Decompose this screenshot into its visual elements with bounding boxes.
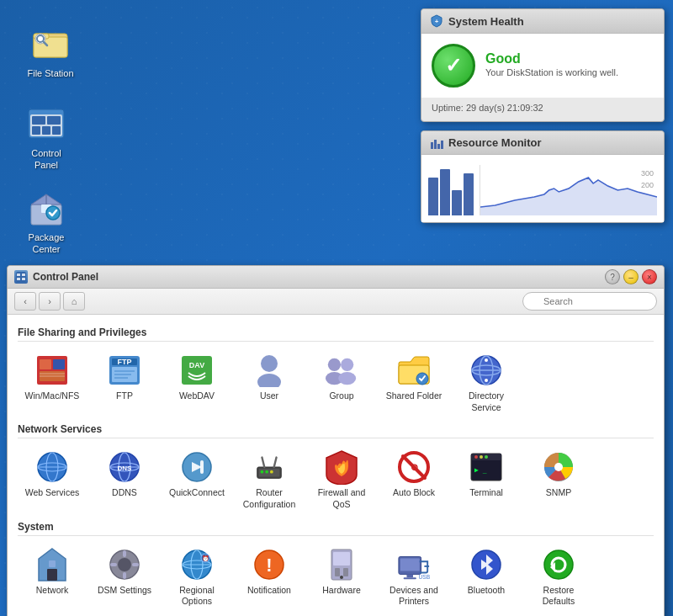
section-network-services-title: Network Services [18, 423, 654, 438]
ftp-icon: FTP [108, 353, 141, 387]
regional-label: Regional Options [166, 585, 228, 608]
svg-rect-67 [200, 460, 204, 474]
resource-monitor-widget: Resource Monitor 300 200 [421, 130, 665, 223]
search-input[interactable] [522, 292, 657, 311]
cp-item-dirservice[interactable]: Directory Service [452, 348, 521, 418]
group-icon [325, 353, 358, 387]
close-button[interactable]: × [642, 269, 657, 284]
autoblock-icon: ⊘ [397, 450, 431, 484]
cp-item-ddns[interactable]: DNS DDNS [90, 445, 159, 515]
devices-label: Devices and Printers [383, 585, 445, 608]
svg-rect-87 [49, 560, 56, 567]
webdav-label: WebDAV [179, 390, 215, 402]
svg-point-55 [485, 358, 488, 362]
svg-rect-19 [431, 142, 433, 149]
cp-item-bluetooth[interactable]: Bluetooth [452, 543, 521, 613]
uptime-row: Uptime: 29 day(s) 21:09:32 [421, 98, 664, 121]
svg-point-47 [341, 358, 353, 371]
cp-item-regional[interactable]: ⏰ Regional Options [162, 543, 231, 613]
desktop-icon-control-panel[interactable]: Control Panel [13, 97, 80, 178]
svg-rect-9 [32, 126, 40, 135]
svg-text:⊘: ⊘ [411, 462, 418, 472]
svg-text:FTP: FTP [118, 358, 132, 366]
hardware-label: Hardware [322, 585, 361, 597]
desktop-icon-label-file-station: File Station [27, 67, 73, 79]
quickconnect-label: QuickConnect [169, 487, 225, 499]
sharedfolder-icon [397, 353, 431, 387]
network-icon [35, 548, 69, 581]
cp-item-user[interactable]: User [235, 348, 304, 418]
cp-item-terminal[interactable]: ▶ _ Terminal [452, 445, 521, 515]
cp-item-winmacnfs[interactable]: Win/Mac/NFS [18, 348, 87, 418]
cp-item-sharedfolder[interactable]: Shared Folder [379, 348, 448, 418]
cp-item-restore[interactable]: Restore Defaults [524, 543, 593, 613]
svg-rect-23 [16, 272, 26, 282]
cp-item-router[interactable]: Router Configuration [235, 445, 304, 515]
ddns-icon: DNS [108, 450, 141, 484]
minimize-button[interactable]: – [623, 269, 639, 284]
cp-item-quickconnect[interactable]: QuickConnect [162, 445, 231, 515]
desktop-icon-package-center[interactable]: Package Center [13, 181, 80, 263]
bar-chart-icon [430, 137, 443, 149]
forward-button[interactable]: › [39, 292, 61, 311]
svg-rect-91 [123, 572, 126, 579]
svg-rect-93 [132, 563, 139, 566]
svg-text:DAV: DAV [189, 361, 204, 369]
cp-item-webdav[interactable]: DAV WebDAV [162, 348, 231, 418]
svg-rect-108 [400, 558, 420, 571]
svg-text:DNS: DNS [118, 465, 133, 472]
svg-point-89 [118, 558, 131, 571]
resource-chart: 300 200 [480, 165, 657, 215]
cp-item-snmp[interactable]: SNMP [524, 445, 593, 515]
cp-item-ftp[interactable]: FTP FTP [90, 348, 159, 418]
cp-item-dsmsettings[interactable]: DSM Settings [90, 543, 159, 613]
section-system-grid: Network DSM Settings [18, 543, 654, 616]
notification-label: Notification [247, 585, 291, 597]
section-file-sharing-title: File Sharing and Privileges [18, 327, 654, 342]
svg-point-113 [544, 550, 573, 579]
package-center-desktop-icon [26, 188, 66, 228]
svg-rect-22 [441, 141, 443, 149]
winmacnfs-label: Win/Mac/NFS [25, 390, 80, 402]
bar-3 [452, 190, 462, 215]
bar-4 [464, 173, 474, 215]
svg-rect-24 [17, 273, 20, 276]
svg-point-48 [338, 372, 356, 385]
svg-rect-8 [32, 116, 45, 125]
devices-icon: USB [397, 548, 431, 581]
svg-rect-25 [22, 273, 25, 276]
cp-item-autoblock[interactable]: ⊘ Auto Block [379, 445, 448, 515]
help-button[interactable]: ? [605, 269, 620, 284]
system-health-content: Good Your DiskStation is working well. [421, 34, 664, 98]
desktop: File Station Control Panel [0, 0, 673, 616]
svg-rect-103 [333, 552, 350, 566]
cp-item-notification[interactable]: ! Notification [235, 543, 304, 613]
cp-item-group[interactable]: Group [307, 348, 376, 418]
cp-item-network[interactable]: Network [18, 543, 87, 613]
notification-icon: ! [252, 548, 286, 581]
cp-item-webservices[interactable]: Web Services [18, 445, 87, 515]
resource-monitor-header: Resource Monitor [421, 131, 664, 155]
network-label: Network [36, 585, 69, 597]
cp-titlebar-left: Control Panel [14, 270, 98, 284]
file-station-icon [30, 24, 71, 64]
svg-rect-30 [53, 359, 65, 369]
home-button[interactable]: ⌂ [63, 292, 85, 311]
quickconnect-icon [180, 450, 214, 484]
cp-title-icon [14, 270, 28, 284]
user-label: User [260, 390, 278, 402]
back-button[interactable]: ‹ [14, 292, 36, 311]
desktop-icon-file-station[interactable]: File Station [17, 17, 84, 86]
hardware-icon [325, 548, 358, 581]
svg-rect-27 [22, 278, 25, 280]
cp-item-firewall[interactable]: Firewall and QoS [307, 445, 376, 515]
cp-item-devices[interactable]: USB Devices and Printers [379, 543, 448, 613]
cp-item-hardware[interactable]: Hardware [307, 543, 376, 613]
svg-rect-90 [123, 550, 126, 557]
control-panel-window: Control Panel ? – × ‹ › ⌂ 🔍 File Sharing… [7, 265, 665, 616]
group-label: Group [329, 390, 353, 402]
cp-content: File Sharing and Privileges Win/Mac/ [8, 315, 664, 616]
shield-icon: + [430, 14, 443, 28]
svg-point-81 [480, 455, 483, 459]
cp-toolbar: ‹ › ⌂ 🔍 [8, 289, 664, 315]
